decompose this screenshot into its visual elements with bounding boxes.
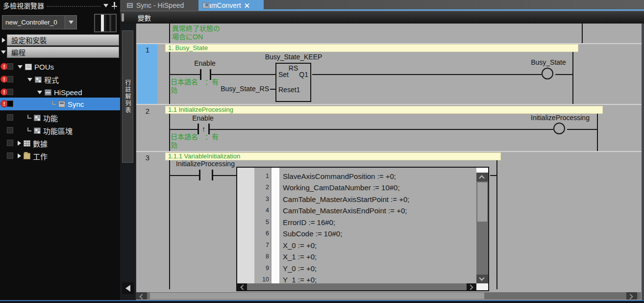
variables-toolbar-label[interactable]: 變數 xyxy=(138,13,151,23)
section-configuration[interactable]: 設定和安裝 xyxy=(0,34,120,46)
tree-elbow xyxy=(52,101,56,105)
rs-block-instance-label[interactable]: Busy_State_KEEP xyxy=(249,53,338,61)
tree-elbow xyxy=(27,115,31,119)
sidebar-item-functions[interactable]: 功能 xyxy=(0,111,120,124)
section-configuration-bar[interactable]: 設定和安裝 xyxy=(7,34,119,46)
tree-label: 數據 xyxy=(33,138,48,149)
rung0-comment[interactable]: 異常終了状態の 場合にON xyxy=(172,25,220,41)
editor-left-strip: 行註解列表 xyxy=(120,24,136,303)
section-programming-bar[interactable]: 編程 xyxy=(7,47,119,58)
panel-menu-icon[interactable] xyxy=(103,4,108,7)
section-programming[interactable]: 編程 xyxy=(0,47,120,58)
st-horizontal-scrollbar[interactable] xyxy=(237,283,476,290)
variables-toolbar: 變數 xyxy=(120,11,644,24)
controller-select-arrow[interactable] xyxy=(65,16,76,29)
st-inline-box[interactable]: 1SlaveAxisCommandPosition := +0; 2Workin… xyxy=(236,167,489,291)
reset-variable-label[interactable]: Busy_State_RS xyxy=(211,85,269,93)
tree-label: 功能區塊 xyxy=(43,126,73,136)
block-set-input: Set xyxy=(278,71,289,78)
st-line[interactable]: 2Working_CamDataNumber := 10#0; xyxy=(237,182,476,193)
expander-right-icon[interactable] xyxy=(18,141,21,146)
expander-right-icon[interactable] xyxy=(18,153,21,158)
section-expanded-icon[interactable] xyxy=(0,50,7,54)
st-line[interactable]: 7X_0 := +0; xyxy=(237,240,476,251)
panel-header-divider xyxy=(47,6,100,7)
left-power-rail xyxy=(169,24,170,43)
busy-state-coil-label[interactable]: Busy_State xyxy=(514,58,583,66)
wire xyxy=(169,74,200,75)
sidebar-item-pous[interactable]: POUs xyxy=(0,60,120,73)
initialize-processing-contact[interactable] xyxy=(199,170,200,180)
initialize-processing-coil[interactable] xyxy=(553,123,565,134)
collapse-left-icon[interactable] xyxy=(122,282,134,294)
st-line[interactable]: 8X_1 := +0; xyxy=(237,251,476,262)
controller-select[interactable]: new_Controller_0 xyxy=(2,15,77,29)
scroll-left-icon[interactable] xyxy=(136,292,147,300)
program-folder-icon xyxy=(35,76,42,83)
st-line[interactable]: 6SubCode := 10#0; xyxy=(237,228,476,239)
expander-down-icon[interactable] xyxy=(18,65,23,69)
expander-down-icon[interactable] xyxy=(27,78,32,81)
sidebar-item-sync[interactable]: Sync xyxy=(0,98,120,110)
rung-comment-list-tab[interactable]: 行註解列表 xyxy=(122,30,133,163)
editor-horizontal-scrollbar[interactable] xyxy=(136,292,641,300)
enable-contact-label[interactable]: Enable xyxy=(183,114,223,122)
expander-down-icon[interactable] xyxy=(37,91,42,94)
wire xyxy=(210,129,553,130)
rung2-comment-bar[interactable]: 1.1 InitializeProcessing xyxy=(165,106,603,114)
status-square xyxy=(7,114,13,121)
tree-label: Sync xyxy=(68,100,84,108)
ladder-editor[interactable]: 行註解列表 異常終了状態の 場合にON 1 1. Busy_State Enab… xyxy=(120,24,644,303)
tab-sync-hispeed[interactable]: Sync - HiSpeed xyxy=(123,0,196,11)
rung-separator xyxy=(136,151,642,152)
rung1-comment-bar[interactable]: 1. Busy_State xyxy=(165,44,578,52)
right-power-rail xyxy=(582,24,583,43)
status-square xyxy=(7,127,13,133)
rs-function-block[interactable]: RS Set Q1 Reset1 xyxy=(275,63,311,102)
scroll-up-icon[interactable] xyxy=(476,173,488,181)
rung-separator xyxy=(136,104,642,105)
sidebar-item-function-blocks[interactable]: 功能區塊 xyxy=(0,124,120,137)
sidebar-item-data[interactable]: 數據 xyxy=(0,137,120,150)
st-line[interactable]: 9Y_0 := +0; xyxy=(237,263,476,274)
tree-label: 功能 xyxy=(43,113,58,123)
sidebar-item-tasks[interactable]: 工作 xyxy=(0,150,120,162)
initialize-processing-contact-label[interactable]: InitializeProcessing xyxy=(171,160,240,168)
scroll-left-icon[interactable] xyxy=(237,283,247,290)
initialize-processing-coil-label[interactable]: InitializeProcessing xyxy=(526,114,594,122)
rung3-comment-bar[interactable]: 1.1.1 VariableInitialization xyxy=(165,152,501,160)
document-tab-bar: Sync - HiSpeed CamConvert xyxy=(120,0,644,11)
close-icon[interactable] xyxy=(244,3,249,8)
busy-state-coil[interactable] xyxy=(542,68,553,79)
wire xyxy=(169,175,199,176)
st-vscroll-thumb[interactable] xyxy=(477,182,487,222)
sidebar-item-programs[interactable]: 程式 xyxy=(0,73,120,86)
sidebar-item-hispeed[interactable]: HiSpeed xyxy=(0,86,120,99)
st-line[interactable]: 4CamTable_MasterAxisEndPoint := +0; xyxy=(237,205,476,216)
pin-icon[interactable] xyxy=(111,1,117,9)
function-block-icon xyxy=(34,127,41,134)
scroll-right-icon[interactable] xyxy=(626,292,637,300)
right-power-rail xyxy=(597,114,598,151)
status-square xyxy=(7,140,13,146)
scroll-right-icon[interactable] xyxy=(467,283,476,290)
st-line[interactable]: 3CamTable_MasterAxisStartPoint := +0; xyxy=(237,194,476,205)
rung1-number[interactable]: 1 xyxy=(138,46,157,54)
right-power-rail xyxy=(496,160,497,289)
tree-label: 工作 xyxy=(33,151,48,161)
rung2-number[interactable]: 2 xyxy=(138,107,157,115)
tree-label: HiSpeed xyxy=(54,88,82,97)
enable-contact-label[interactable]: Enable xyxy=(185,59,224,67)
function-icon xyxy=(34,115,41,121)
scroll-down-icon[interactable] xyxy=(476,275,488,283)
editor-hscroll-thumb[interactable] xyxy=(150,293,484,299)
section-collapsed-icon[interactable] xyxy=(0,38,7,43)
st-line[interactable]: 1SlaveAxisCommandPosition := +0; xyxy=(237,171,476,182)
wire xyxy=(169,129,198,130)
status-square xyxy=(7,152,13,159)
st-vertical-scrollbar[interactable] xyxy=(476,168,488,283)
toolbar-grip[interactable] xyxy=(122,13,124,22)
controller-device-icon xyxy=(94,14,117,32)
rung3-number[interactable]: 3 xyxy=(138,153,157,162)
st-line[interactable]: 5ErrorID := 16#0; xyxy=(237,217,476,228)
